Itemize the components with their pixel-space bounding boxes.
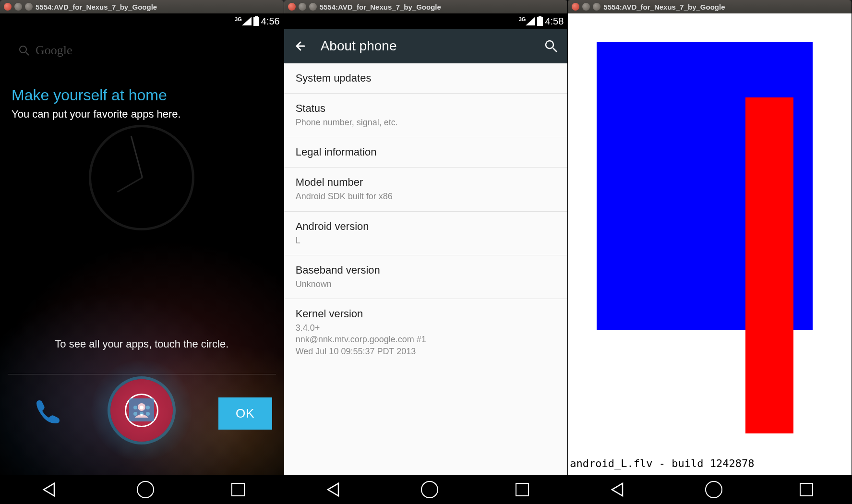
settings-primary: Status <box>296 102 556 115</box>
back-triangle-icon <box>41 481 57 498</box>
clock-hand-minute <box>131 136 143 178</box>
svg-line-14 <box>553 48 557 52</box>
minimize-icon[interactable] <box>14 3 22 11</box>
signal-icon <box>242 17 252 25</box>
close-icon[interactable] <box>288 3 296 11</box>
ok-button[interactable]: OK <box>218 397 272 430</box>
network-label: 3G <box>235 16 242 22</box>
window-title: 5554:AVD_for_Nexus_7_by_Google <box>36 3 157 11</box>
status-bar[interactable]: 3G 4:58 <box>284 13 568 29</box>
nav-back-button[interactable] <box>323 479 344 500</box>
maximize-icon[interactable] <box>25 3 33 11</box>
back-arrow-button[interactable] <box>294 39 307 53</box>
settings-primary: Android version <box>296 220 556 233</box>
search-placeholder: Google <box>36 43 72 58</box>
emulator-window-about: 5554:AVD_for_Nexus_7_by_Google 3G 4:58 A… <box>284 0 568 504</box>
settings-item-kernel[interactable]: Kernel version 3.4.0+ nnk@nnk.mtv.corp.g… <box>284 299 568 366</box>
settings-secondary: Phone number, signal, etc. <box>296 117 556 128</box>
window-title: 5554:AVD_for_Nexus_7_by_Google <box>320 3 441 11</box>
app-bar-title: About phone <box>321 38 531 54</box>
close-icon[interactable] <box>572 3 579 11</box>
minimize-icon[interactable] <box>299 3 306 11</box>
arrow-left-icon <box>294 39 307 53</box>
settings-primary: Baseband version <box>296 264 556 276</box>
svg-marker-9 <box>44 483 54 496</box>
svg-rect-1 <box>253 17 259 26</box>
svg-point-13 <box>546 41 553 48</box>
navbar <box>568 475 852 504</box>
clock-widget[interactable] <box>89 125 194 230</box>
settings-item-status[interactable]: Status Phone number, signal, etc. <box>284 94 568 137</box>
device-screen-rgb: android_L.flv - build 1242878 <box>568 13 852 504</box>
navbar <box>0 475 284 504</box>
nav-back-button[interactable] <box>38 479 60 500</box>
nav-home-button[interactable] <box>705 481 722 498</box>
settings-item-system-updates[interactable]: System updates <box>284 63 568 94</box>
settings-item-model[interactable]: Model number Android SDK built for x86 <box>284 168 568 211</box>
svg-line-4 <box>26 52 29 55</box>
svg-point-3 <box>20 46 26 53</box>
nav-back-button[interactable] <box>607 479 628 500</box>
search-icon <box>18 45 30 56</box>
device-screen-home: 3G 4:56 Google Make yourself at home You… <box>0 13 284 504</box>
battery-icon <box>537 16 543 26</box>
maximize-icon[interactable] <box>309 3 317 11</box>
settings-primary: Model number <box>296 176 556 189</box>
maximize-icon[interactable] <box>593 3 600 11</box>
home-screen[interactable]: Google Make yourself at home You can put… <box>0 29 284 475</box>
window-title: 5554:AVD_for_Nexus_7_by_Google <box>603 3 725 11</box>
close-icon[interactable] <box>4 3 12 11</box>
rgb-test-screen: android_L.flv - build 1242878 <box>568 13 852 475</box>
red-rectangle <box>745 97 793 433</box>
back-triangle-icon <box>325 481 341 498</box>
svg-rect-12 <box>539 16 541 18</box>
nav-recent-button[interactable] <box>516 483 529 496</box>
build-caption: android_L.flv - build 1242878 <box>570 457 754 469</box>
settings-primary: Legal information <box>296 146 556 158</box>
clock-time: 4:58 <box>545 16 564 27</box>
nav-home-button[interactable] <box>421 481 438 498</box>
svg-marker-10 <box>526 17 535 25</box>
settings-secondary: L <box>296 235 556 246</box>
welcome-title: Make yourself at home <box>12 86 272 104</box>
settings-secondary: Android SDK built for x86 <box>296 191 556 202</box>
nav-recent-button[interactable] <box>231 483 245 496</box>
ok-button-label: OK <box>236 406 255 420</box>
welcome-subtitle: You can put your favorite apps here. <box>12 108 272 120</box>
battery-icon <box>253 16 259 26</box>
svg-point-6 <box>138 403 145 411</box>
settings-primary: System updates <box>296 72 556 84</box>
emulator-window-home: 5554:AVD_for_Nexus_7_by_Google 3G 4:56 G… <box>0 0 284 504</box>
hint-text: To see all your apps, touch the circle. <box>0 338 284 350</box>
svg-rect-11 <box>537 17 543 26</box>
minimize-icon[interactable] <box>582 3 590 11</box>
contacts-icon[interactable] <box>124 393 159 427</box>
settings-item-android-version[interactable]: Android version L <box>284 212 568 255</box>
search-button[interactable] <box>544 39 558 53</box>
window-titlebar[interactable]: 5554:AVD_for_Nexus_7_by_Google <box>284 0 568 13</box>
nav-home-button[interactable] <box>137 481 154 498</box>
svg-marker-15 <box>328 483 338 496</box>
settings-list[interactable]: System updates Status Phone number, sign… <box>284 63 568 475</box>
search-box[interactable]: Google <box>12 36 272 64</box>
settings-item-legal[interactable]: Legal information <box>284 137 568 168</box>
navbar <box>284 475 568 504</box>
svg-marker-16 <box>612 483 623 496</box>
window-titlebar[interactable]: 5554:AVD_for_Nexus_7_by_Google <box>568 0 852 13</box>
network-label: 3G <box>519 16 526 22</box>
app-bar: About phone <box>284 29 568 63</box>
phone-icon[interactable] <box>29 393 63 427</box>
settings-item-baseband[interactable]: Baseband version Unknown <box>284 255 568 299</box>
device-screen-about: 3G 4:58 About phone System upd <box>284 13 568 504</box>
nav-recent-button[interactable] <box>800 483 813 496</box>
window-titlebar[interactable]: 5554:AVD_for_Nexus_7_by_Google <box>0 0 284 13</box>
clock-hand-hour <box>117 177 143 193</box>
svg-marker-0 <box>242 17 252 25</box>
svg-rect-2 <box>255 16 258 18</box>
status-bar[interactable]: 3G 4:56 <box>0 13 284 29</box>
back-triangle-icon <box>609 481 625 498</box>
signal-icon <box>526 17 535 25</box>
settings-primary: Kernel version <box>296 308 556 320</box>
settings-secondary: Unknown <box>296 278 556 290</box>
settings-secondary: 3.4.0+ nnk@nnk.mtv.corp.google.com #1 We… <box>296 322 556 357</box>
